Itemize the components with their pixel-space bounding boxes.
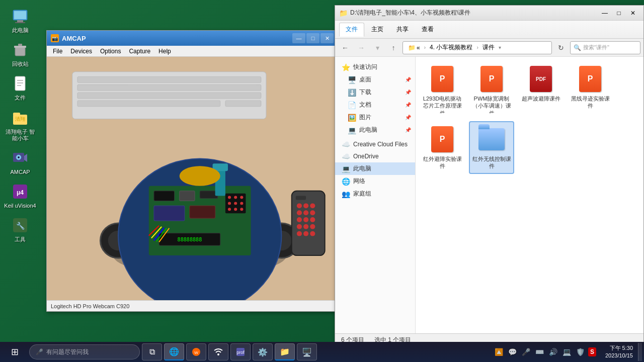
desktop-icon-tools[interactable]: 🔧 工具: [2, 213, 38, 245]
amcap-title-icon: 📷: [51, 34, 59, 42]
nav-onedrive-label: OneDrive: [353, 153, 379, 160]
nav-network[interactable]: 🌐 网络: [335, 175, 415, 188]
explorer-close-btn[interactable]: ✕: [626, 8, 639, 18]
svg-rect-12: [13, 113, 20, 116]
file-item-4[interactable]: P 黑线寻迹实验课件: [568, 61, 613, 117]
nav-quick-access[interactable]: ⭐ 快速访问: [335, 61, 415, 73]
file-item-1[interactable]: P L293D电机驱动芯片工作原理课件: [420, 61, 465, 117]
tools-icon: 🔧: [10, 215, 30, 235]
nav-pictures[interactable]: 🖼️ 图片 📌: [335, 111, 415, 124]
ppt-icon-4: P: [579, 66, 601, 92]
taskbar-professor[interactable]: prof: [230, 343, 251, 360]
search-box[interactable]: 🔍 搜索"课件": [570, 41, 640, 54]
tray-volume[interactable]: 🔊: [547, 347, 559, 357]
refresh-btn[interactable]: ↻: [554, 41, 568, 54]
robot-svg: 88888888: [47, 57, 338, 300]
menu-capture[interactable]: Capture: [125, 47, 154, 56]
desktop-icon-keil[interactable]: μ4 Keil uVision4: [2, 179, 38, 211]
address-sep1: ›: [424, 45, 426, 50]
nav-download[interactable]: ⬇️ 下载 📌: [335, 86, 415, 99]
file-icon-container-3: PDF: [527, 65, 555, 93]
address-dropdown[interactable]: ▾: [499, 45, 501, 50]
address-root-icon: 📁: [408, 44, 416, 51]
desktop-icon-docs[interactable]: 文件: [2, 71, 38, 103]
taskbar-app-settings[interactable]: ⚙️: [253, 343, 273, 360]
taskbar-display[interactable]: 🖥️: [297, 343, 317, 360]
taskbar-winamp[interactable]: W: [186, 343, 206, 360]
taskbar-search[interactable]: 🎤 有问题尽管问我: [29, 344, 140, 359]
recent-btn[interactable]: ▾: [370, 41, 384, 54]
explorer-nav: ⭐ 快速访问 🖥️ 桌面 📌 ⬇️ 下载 📌 📄 文档 📌: [335, 57, 416, 333]
file-label-2: PWM脉宽调制（小车调速）课件: [472, 95, 511, 113]
nav-cloud[interactable]: ☁️ Creative Cloud Files: [335, 138, 415, 150]
nav-docs[interactable]: 📄 文档 📌: [335, 99, 415, 111]
nav-thispc[interactable]: 💻 此电脑: [335, 162, 415, 175]
tray-chat[interactable]: 💬: [507, 347, 518, 357]
taskbar-folder[interactable]: 📁: [275, 343, 295, 360]
address-bar[interactable]: 📁 « › 4. 小车视频教程 › 课件 ▾: [403, 41, 552, 54]
file-item-3[interactable]: PDF 超声波避障课件: [518, 61, 564, 117]
nav-desktop[interactable]: 🖥️ 桌面 📌: [335, 73, 415, 86]
address-root[interactable]: 📁 «: [406, 43, 422, 52]
ribbon-tab-home[interactable]: 主页: [365, 23, 389, 37]
nav-pictures-label: 图片: [359, 113, 371, 122]
keil-icon: μ4: [10, 182, 30, 202]
explorer-minimize-btn[interactable]: —: [598, 8, 611, 18]
tray-pc[interactable]: 💻: [561, 347, 573, 357]
taskbar-wifi[interactable]: [208, 343, 228, 360]
file-item-5[interactable]: P 红外避障实验课件: [420, 121, 465, 174]
up-btn[interactable]: ↑: [386, 41, 400, 54]
nav-homegroup[interactable]: 👥 家庭组: [335, 188, 415, 200]
nav-cloud-label: Creative Cloud Files: [353, 141, 408, 148]
menu-help[interactable]: Help: [154, 47, 175, 56]
explorer-maximize-btn[interactable]: □: [612, 8, 625, 18]
forward-btn[interactable]: →: [354, 41, 368, 54]
amcap-minimize-btn[interactable]: —: [292, 33, 305, 43]
homegroup-icon: 👥: [341, 190, 350, 198]
desktop-icon-amcap[interactable]: AMCAP: [2, 146, 38, 177]
file-item-2[interactable]: P PWM脉宽调制（小车调速）课件: [469, 61, 514, 117]
desktop-icon-this-pc[interactable]: 此电脑: [2, 4, 38, 36]
desktop-icon-qxdz[interactable]: 清翔 清翔电子 智能小车: [2, 106, 38, 144]
tray-up-arrow[interactable]: 🔼: [493, 347, 505, 357]
address-seg3[interactable]: 课件: [480, 42, 497, 53]
task-view-btn[interactable]: ⧉: [142, 343, 162, 360]
svg-point-77: [180, 166, 220, 186]
desktop-icon-recycle[interactable]: 回收站: [2, 38, 38, 69]
docs-nav-icon: 📄: [347, 101, 356, 109]
menu-options[interactable]: Options: [96, 47, 125, 56]
tray-shield[interactable]: 🛡️: [575, 347, 586, 357]
svg-rect-26: [77, 93, 261, 99]
tray-s-icon[interactable]: S: [588, 347, 596, 356]
svg-point-73: [310, 224, 315, 229]
download-pin: 📌: [405, 89, 411, 95]
taskbar-edge[interactable]: 🌐: [164, 343, 184, 360]
svg-point-74: [297, 231, 302, 236]
start-button[interactable]: ⊞: [2, 343, 27, 361]
clock-display[interactable]: 下午 5:30 2023/10/15: [602, 344, 636, 360]
ribbon-tab-view[interactable]: 查看: [416, 23, 440, 37]
ribbon-tab-share[interactable]: 共享: [390, 23, 415, 37]
ribbon-tab-file[interactable]: 文件: [339, 23, 364, 37]
svg-rect-4: [15, 47, 25, 56]
svg-point-75: [303, 231, 308, 236]
address-seg2[interactable]: 4. 小车视频教程: [428, 42, 474, 53]
nav-docs-label: 文档: [359, 101, 371, 109]
pictures-pin: 📌: [405, 115, 411, 120]
amcap-menubar: File Devices Options Capture Help: [47, 46, 338, 57]
amcap-window: 📷 AMCAP — □ ✕ File Devices Options Captu…: [46, 30, 338, 312]
nav-thispc-label: 此电脑: [353, 164, 371, 173]
menu-devices[interactable]: Devices: [66, 47, 96, 56]
nav-thispc-quick[interactable]: 💻 此电脑 📌: [335, 124, 415, 136]
amcap-titlebar: 📷 AMCAP — □ ✕: [47, 31, 338, 46]
amcap-maximize-btn[interactable]: □: [306, 33, 319, 43]
tray-keyboard[interactable]: ⌨️: [534, 347, 545, 357]
file-item-6[interactable]: 红外无线控制课件: [469, 121, 514, 174]
show-desktop-btn[interactable]: [638, 343, 642, 361]
nav-onedrive[interactable]: ☁️ OneDrive: [335, 150, 415, 162]
menu-file[interactable]: File: [49, 47, 66, 56]
tray-mic[interactable]: 🎤: [520, 347, 532, 357]
amcap-close-btn[interactable]: ✕: [320, 33, 334, 43]
search-mic-icon: 🎤: [36, 348, 43, 355]
back-btn[interactable]: ←: [338, 41, 352, 54]
